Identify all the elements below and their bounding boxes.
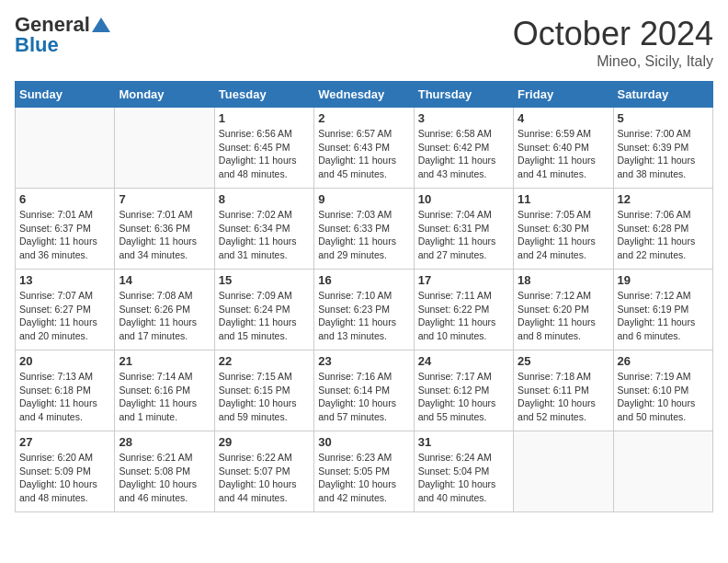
day-info: Sunrise: 7:10 AMSunset: 6:23 PMDaylight:… [318,289,409,343]
logo: General Blue [15,15,112,55]
day-info: Sunrise: 6:21 AMSunset: 5:08 PMDaylight:… [119,451,210,505]
col-tuesday: Tuesday [214,82,313,108]
day-number: 12 [618,192,709,206]
calendar-cell: 15Sunrise: 7:09 AMSunset: 6:24 PMDayligh… [214,270,313,350]
day-number: 2 [318,111,409,125]
day-info: Sunrise: 7:13 AMSunset: 6:18 PMDaylight:… [19,370,110,424]
day-info: Sunrise: 7:14 AMSunset: 6:16 PMDaylight:… [119,370,210,424]
day-info: Sunrise: 6:56 AMSunset: 6:45 PMDaylight:… [219,127,310,181]
day-number: 23 [318,354,409,368]
col-sunday: Sunday [16,82,115,108]
day-info: Sunrise: 6:24 AMSunset: 5:04 PMDaylight:… [418,451,509,505]
day-info: Sunrise: 7:18 AMSunset: 6:11 PMDaylight:… [518,370,609,424]
calendar-cell: 18Sunrise: 7:12 AMSunset: 6:20 PMDayligh… [514,270,613,350]
calendar-cell [16,108,115,189]
day-info: Sunrise: 7:12 AMSunset: 6:20 PMDaylight:… [518,289,609,343]
day-number: 3 [418,111,509,125]
calendar-cell: 9Sunrise: 7:03 AMSunset: 6:33 PMDaylight… [314,189,414,270]
day-info: Sunrise: 7:17 AMSunset: 6:12 PMDaylight:… [418,370,509,424]
location: Mineo, Sicily, Italy [513,53,713,70]
page-header: General Blue October 2024 Mineo, Sicily,… [15,15,713,70]
day-info: Sunrise: 7:15 AMSunset: 6:15 PMDaylight:… [219,370,310,424]
day-number: 28 [119,435,210,449]
day-number: 29 [219,435,310,449]
day-number: 18 [518,273,609,287]
calendar-cell: 14Sunrise: 7:08 AMSunset: 6:26 PMDayligh… [115,270,214,350]
day-info: Sunrise: 7:16 AMSunset: 6:14 PMDaylight:… [318,370,409,424]
calendar-cell: 28Sunrise: 6:21 AMSunset: 5:08 PMDayligh… [115,431,214,512]
calendar-cell: 8Sunrise: 7:02 AMSunset: 6:34 PMDaylight… [214,189,313,270]
day-number: 20 [19,354,110,368]
calendar-cell: 20Sunrise: 7:13 AMSunset: 6:18 PMDayligh… [16,350,115,431]
calendar-cell: 24Sunrise: 7:17 AMSunset: 6:12 PMDayligh… [414,350,513,431]
day-number: 22 [219,354,310,368]
day-info: Sunrise: 6:23 AMSunset: 5:05 PMDaylight:… [318,451,409,505]
title-block: October 2024 Mineo, Sicily, Italy [513,15,713,70]
day-number: 13 [19,273,110,287]
day-number: 1 [219,111,310,125]
col-wednesday: Wednesday [314,82,414,108]
calendar-week-2: 6Sunrise: 7:01 AMSunset: 6:37 PMDaylight… [16,189,713,270]
day-number: 14 [119,273,210,287]
calendar-cell: 12Sunrise: 7:06 AMSunset: 6:28 PMDayligh… [613,189,712,270]
col-friday: Friday [514,82,613,108]
day-info: Sunrise: 7:07 AMSunset: 6:27 PMDaylight:… [19,289,110,343]
calendar-cell: 2Sunrise: 6:57 AMSunset: 6:43 PMDaylight… [314,108,414,189]
svg-marker-0 [92,17,110,32]
day-number: 10 [418,192,509,206]
calendar-cell [613,431,712,512]
day-info: Sunrise: 7:09 AMSunset: 6:24 PMDaylight:… [219,289,310,343]
calendar-cell: 1Sunrise: 6:56 AMSunset: 6:45 PMDaylight… [214,108,313,189]
calendar-cell: 25Sunrise: 7:18 AMSunset: 6:11 PMDayligh… [514,350,613,431]
day-info: Sunrise: 7:01 AMSunset: 6:36 PMDaylight:… [119,208,210,262]
day-info: Sunrise: 7:12 AMSunset: 6:19 PMDaylight:… [618,289,709,343]
day-number: 24 [418,354,509,368]
col-monday: Monday [115,82,214,108]
day-info: Sunrise: 7:00 AMSunset: 6:39 PMDaylight:… [618,127,709,181]
calendar-cell: 30Sunrise: 6:23 AMSunset: 5:05 PMDayligh… [314,431,414,512]
calendar-cell: 7Sunrise: 7:01 AMSunset: 6:36 PMDaylight… [115,189,214,270]
calendar-week-1: 1Sunrise: 6:56 AMSunset: 6:45 PMDaylight… [16,108,713,189]
day-number: 7 [119,192,210,206]
calendar-cell: 19Sunrise: 7:12 AMSunset: 6:19 PMDayligh… [613,270,712,350]
day-number: 9 [318,192,409,206]
calendar-week-4: 20Sunrise: 7:13 AMSunset: 6:18 PMDayligh… [16,350,713,431]
day-number: 4 [518,111,609,125]
day-info: Sunrise: 7:06 AMSunset: 6:28 PMDaylight:… [618,208,709,262]
calendar-cell [115,108,214,189]
col-thursday: Thursday [414,82,513,108]
day-number: 27 [19,435,110,449]
calendar-cell: 23Sunrise: 7:16 AMSunset: 6:14 PMDayligh… [314,350,414,431]
day-number: 30 [318,435,409,449]
logo-icon [92,17,110,32]
calendar-cell: 11Sunrise: 7:05 AMSunset: 6:30 PMDayligh… [514,189,613,270]
calendar-cell: 5Sunrise: 7:00 AMSunset: 6:39 PMDaylight… [613,108,712,189]
calendar-cell: 21Sunrise: 7:14 AMSunset: 6:16 PMDayligh… [115,350,214,431]
day-number: 26 [618,354,709,368]
day-number: 21 [119,354,210,368]
day-info: Sunrise: 7:04 AMSunset: 6:31 PMDaylight:… [418,208,509,262]
day-number: 6 [19,192,110,206]
calendar-cell: 3Sunrise: 6:58 AMSunset: 6:42 PMDaylight… [414,108,513,189]
day-number: 8 [219,192,310,206]
day-info: Sunrise: 7:02 AMSunset: 6:34 PMDaylight:… [219,208,310,262]
month-title: October 2024 [513,15,713,53]
calendar-week-3: 13Sunrise: 7:07 AMSunset: 6:27 PMDayligh… [16,270,713,350]
day-number: 11 [518,192,609,206]
calendar-cell: 27Sunrise: 6:20 AMSunset: 5:09 PMDayligh… [16,431,115,512]
day-info: Sunrise: 7:08 AMSunset: 6:26 PMDaylight:… [119,289,210,343]
calendar-cell: 22Sunrise: 7:15 AMSunset: 6:15 PMDayligh… [214,350,313,431]
day-info: Sunrise: 6:59 AMSunset: 6:40 PMDaylight:… [518,127,609,181]
logo-general-text: General [15,15,90,35]
day-info: Sunrise: 6:20 AMSunset: 5:09 PMDaylight:… [19,451,110,505]
calendar-week-5: 27Sunrise: 6:20 AMSunset: 5:09 PMDayligh… [16,431,713,512]
day-number: 16 [318,273,409,287]
calendar-cell: 17Sunrise: 7:11 AMSunset: 6:22 PMDayligh… [414,270,513,350]
day-info: Sunrise: 7:05 AMSunset: 6:30 PMDaylight:… [518,208,609,262]
calendar-cell: 4Sunrise: 6:59 AMSunset: 6:40 PMDaylight… [514,108,613,189]
logo-blue-text: Blue [15,35,59,55]
day-number: 17 [418,273,509,287]
day-info: Sunrise: 7:01 AMSunset: 6:37 PMDaylight:… [19,208,110,262]
day-number: 19 [618,273,709,287]
calendar-cell: 10Sunrise: 7:04 AMSunset: 6:31 PMDayligh… [414,189,513,270]
